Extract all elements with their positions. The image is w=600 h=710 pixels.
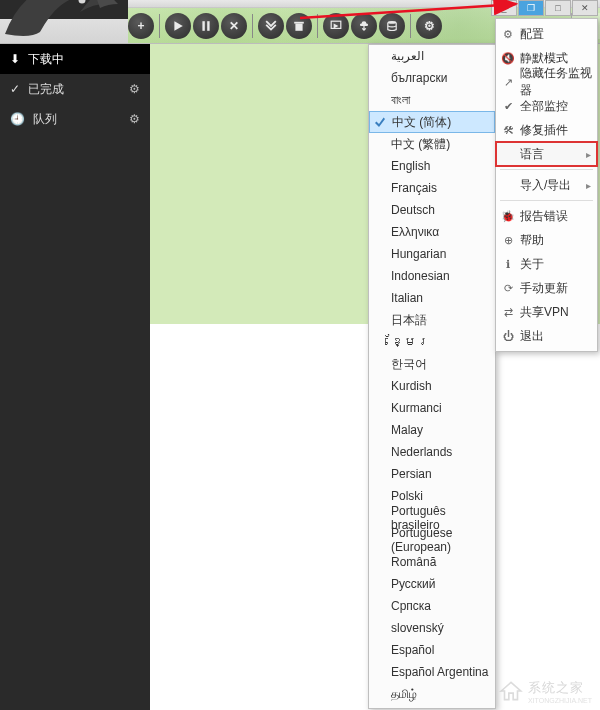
clock-icon: 🕘 bbox=[10, 112, 25, 126]
svg-rect-5 bbox=[294, 21, 304, 23]
database-icon bbox=[386, 20, 398, 32]
language-option[interactable]: Română bbox=[369, 551, 495, 573]
settings-item[interactable]: ⇄共享VPN bbox=[496, 300, 597, 324]
menu-item-label: 帮助 bbox=[520, 232, 544, 249]
menu-item-icon: 🐞 bbox=[500, 208, 516, 224]
settings-item[interactable]: ⊕帮助 bbox=[496, 228, 597, 252]
toolbar-separator bbox=[252, 14, 253, 38]
maximize-icon: □ bbox=[555, 3, 560, 13]
language-option[interactable]: Русский bbox=[369, 573, 495, 595]
language-option[interactable]: Ελληνικα bbox=[369, 221, 495, 243]
language-option[interactable]: Deutsch bbox=[369, 199, 495, 221]
settings-item[interactable]: ⟳手动更新 bbox=[496, 276, 597, 300]
restore-icon: ❐ bbox=[527, 3, 535, 13]
menu-separator bbox=[500, 169, 593, 170]
eagle-icon bbox=[0, 0, 120, 54]
menu-item-icon bbox=[500, 146, 516, 162]
gear-icon[interactable]: ⚙ bbox=[129, 82, 140, 96]
language-option[interactable]: Kurdish bbox=[369, 375, 495, 397]
settings-item[interactable]: ⚙配置 bbox=[496, 22, 597, 46]
pause-icon bbox=[200, 20, 212, 32]
delete-button[interactable] bbox=[286, 13, 312, 39]
settings-item[interactable]: 导入/导出 bbox=[496, 173, 597, 197]
language-option[interactable]: தமிழ் bbox=[369, 683, 495, 705]
menu-item-label: 导入/导出 bbox=[520, 177, 571, 194]
language-option[interactable]: Српска bbox=[369, 595, 495, 617]
plus-icon: + bbox=[137, 19, 144, 33]
language-option[interactable]: Indonesian bbox=[369, 265, 495, 287]
play-button[interactable] bbox=[165, 13, 191, 39]
menu-item-label: 手动更新 bbox=[520, 280, 568, 297]
language-option[interactable]: Español bbox=[369, 639, 495, 661]
gear-icon[interactable]: ⚙ bbox=[129, 112, 140, 126]
svg-rect-3 bbox=[207, 21, 209, 31]
sidebar-item-2[interactable]: 🕘队列⚙ bbox=[0, 104, 150, 134]
svg-rect-2 bbox=[202, 21, 204, 31]
sidebar-item-label: 已完成 bbox=[28, 81, 64, 98]
language-option[interactable]: ខ្មែរ bbox=[369, 331, 495, 353]
menu-item-icon: 🛠 bbox=[500, 122, 516, 138]
menu-item-icon: ✔ bbox=[500, 98, 516, 114]
menu-item-label: 退出 bbox=[520, 328, 544, 345]
menu-item-label: 关于 bbox=[520, 256, 544, 273]
language-option[interactable]: Français bbox=[369, 177, 495, 199]
language-option[interactable]: Español Argentina bbox=[369, 661, 495, 683]
language-option[interactable]: 日本語 bbox=[369, 309, 495, 331]
settings-item[interactable]: 🛠修复插件 bbox=[496, 118, 597, 142]
language-option[interactable]: English bbox=[369, 155, 495, 177]
language-option[interactable]: 中文 (繁體) bbox=[369, 133, 495, 155]
minimize-button[interactable]: _ bbox=[491, 0, 517, 16]
settings-item[interactable]: ℹ关于 bbox=[496, 252, 597, 276]
stop-button[interactable]: ✕ bbox=[221, 13, 247, 39]
grabber-button[interactable] bbox=[323, 13, 349, 39]
settings-item[interactable]: 语言 bbox=[496, 142, 597, 166]
move-bottom-button[interactable] bbox=[258, 13, 284, 39]
house-icon bbox=[498, 678, 524, 704]
maximize-button[interactable]: □ bbox=[545, 0, 571, 16]
restore-button[interactable]: ❐ bbox=[518, 0, 544, 16]
toolbar-separator bbox=[159, 14, 160, 38]
language-option[interactable]: 中文 (简体) bbox=[369, 111, 495, 133]
settings-item[interactable]: 🐞报告错误 bbox=[496, 204, 597, 228]
language-option[interactable]: Nederlands bbox=[369, 441, 495, 463]
menu-item-icon: ⏻ bbox=[500, 328, 516, 344]
sidebar-item-label: 队列 bbox=[33, 111, 57, 128]
language-option[interactable]: Malay bbox=[369, 419, 495, 441]
add-button[interactable]: + bbox=[128, 13, 154, 39]
menu-item-icon: ℹ bbox=[500, 256, 516, 272]
menu-item-icon: ⇄ bbox=[500, 304, 516, 320]
language-option[interactable]: বাংলা bbox=[369, 89, 495, 111]
grabber-icon bbox=[330, 20, 342, 32]
settings-menu: ⚙配置🔇静默模式↗隐藏任务监视器✔全部监控🛠修复插件语言导入/导出🐞报告错误⊕帮… bbox=[495, 18, 598, 352]
database-button[interactable] bbox=[379, 13, 405, 39]
settings-item[interactable]: ⏻退出 bbox=[496, 324, 597, 348]
toolbar-separator bbox=[410, 14, 411, 38]
sidebar: ⬇下载中✓已完成⚙🕘队列⚙ bbox=[0, 44, 150, 710]
sidebar-item-1[interactable]: ✓已完成⚙ bbox=[0, 74, 150, 104]
language-option[interactable]: български bbox=[369, 67, 495, 89]
language-option[interactable]: slovenský bbox=[369, 617, 495, 639]
language-option[interactable]: Kurmanci bbox=[369, 397, 495, 419]
menu-item-label: 全部监控 bbox=[520, 98, 568, 115]
svg-point-1 bbox=[79, 0, 86, 4]
settings-item[interactable]: ↗隐藏任务监视器 bbox=[496, 70, 597, 94]
language-option[interactable]: 한국어 bbox=[369, 353, 495, 375]
menu-item-icon: ⚙ bbox=[500, 26, 516, 42]
language-option[interactable]: Portuguese (European) bbox=[369, 529, 495, 551]
pause-button[interactable] bbox=[193, 13, 219, 39]
stop-icon: ✕ bbox=[229, 19, 239, 33]
settings-item[interactable]: ✔全部监控 bbox=[496, 94, 597, 118]
svg-point-7 bbox=[388, 20, 396, 23]
menu-item-label: 报告错误 bbox=[520, 208, 568, 225]
settings-button[interactable]: ⚙ bbox=[416, 13, 442, 39]
language-option[interactable]: ไทย bbox=[369, 705, 495, 709]
language-option[interactable]: Hungarian bbox=[369, 243, 495, 265]
language-option[interactable]: Persian bbox=[369, 463, 495, 485]
minimize-icon: _ bbox=[501, 3, 506, 13]
download-cloud-button[interactable] bbox=[351, 13, 377, 39]
menu-item-label: 语言 bbox=[520, 146, 544, 163]
window-controls: _ ❐ □ ✕ bbox=[491, 0, 598, 16]
language-option[interactable]: العربية bbox=[369, 45, 495, 67]
language-option[interactable]: Italian bbox=[369, 287, 495, 309]
close-button[interactable]: ✕ bbox=[572, 0, 598, 16]
